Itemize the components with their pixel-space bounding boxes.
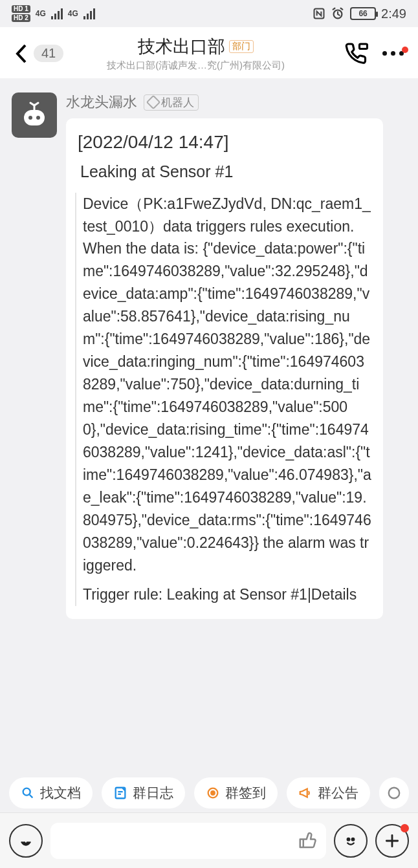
message-body: Device（PK:a1FweZJydVd, DN:qc_raem1_test_… [83, 193, 371, 577]
checkin-icon [206, 786, 220, 800]
trigger-rule: Trigger rule: Leaking at Sensor #1|Detai… [83, 583, 371, 606]
nfc-icon [313, 7, 325, 20]
shortcut-group-notice[interactable]: 群公告 [287, 777, 370, 808]
svg-point-11 [347, 838, 349, 840]
menu-button[interactable] [382, 51, 404, 56]
svg-point-12 [352, 838, 354, 840]
chat-subtitle: 技术出口部(清诚声发…究(广州)有限公司) [47, 60, 345, 72]
more-icon [387, 786, 401, 800]
message-input[interactable] [50, 823, 326, 859]
emoji-button[interactable] [334, 824, 368, 858]
bot-tag: 机器人 [144, 94, 199, 111]
alarm-icon [331, 6, 345, 21]
chat-title: 技术出口部 [138, 35, 225, 58]
mic-icon [17, 832, 34, 849]
shortcut-row: 找文档 群日志 群签到 群公告 [0, 777, 418, 808]
svg-point-4 [28, 116, 32, 120]
dept-tag: 部门 [229, 40, 254, 53]
alert-title: Leaking at Sensor #1 [80, 159, 371, 184]
add-button[interactable] [375, 824, 409, 858]
shortcut-label: 找文档 [40, 784, 81, 802]
signal-1-icon [51, 8, 63, 19]
thumbs-up-icon[interactable] [298, 831, 317, 851]
network-2-label: 4G [68, 10, 78, 17]
hd-indicators: HD 1 HD 2 [12, 5, 30, 22]
shortcut-group-log[interactable]: 群日志 [102, 777, 185, 808]
svg-rect-2 [360, 44, 368, 49]
smile-icon [342, 832, 360, 850]
message-bubble[interactable]: [2022/04/12 14:47] Leaking at Sensor #1 … [66, 118, 383, 619]
voice-button[interactable] [9, 824, 43, 858]
call-icon[interactable] [345, 42, 368, 65]
input-bar [0, 812, 418, 868]
plus-icon [384, 832, 401, 849]
svg-point-6 [23, 788, 30, 796]
bot-avatar[interactable] [12, 92, 57, 138]
shortcut-label: 群签到 [225, 784, 266, 802]
shortcut-find-doc[interactable]: 找文档 [9, 777, 93, 808]
shortcut-more[interactable] [379, 777, 409, 808]
shortcut-label: 群日志 [133, 784, 173, 802]
chevron-left-icon [14, 43, 28, 65]
network-1-label: 4G [36, 10, 46, 17]
shortcut-group-checkin[interactable]: 群签到 [194, 777, 278, 808]
svg-point-9 [211, 791, 215, 795]
svg-point-10 [389, 788, 400, 799]
bot-message: 水龙头漏水 机器人 [2022/04/12 14:47] Leaking at … [12, 92, 406, 619]
shortcut-label: 群公告 [318, 784, 358, 802]
chat-header: 41 技术出口部 部门 技术出口部(清诚声发…究(广州)有限公司) [0, 27, 418, 78]
notification-dot-icon [402, 47, 408, 53]
notification-dot-icon [401, 824, 409, 832]
megaphone-icon [298, 786, 313, 800]
robot-icon [19, 100, 50, 131]
battery-icon: 66 [350, 7, 376, 20]
search-doc-icon [21, 786, 35, 800]
sender-name: 水龙头漏水 [66, 92, 137, 112]
status-bar: HD 1 HD 2 4G 4G 66 2:49 [0, 0, 418, 27]
clock: 2:49 [381, 6, 406, 21]
svg-rect-3 [24, 110, 45, 125]
message-timestamp: [2022/04/12 14:47] [78, 129, 371, 157]
svg-point-5 [36, 116, 40, 120]
log-icon [113, 786, 127, 800]
signal-2-icon [83, 8, 95, 19]
